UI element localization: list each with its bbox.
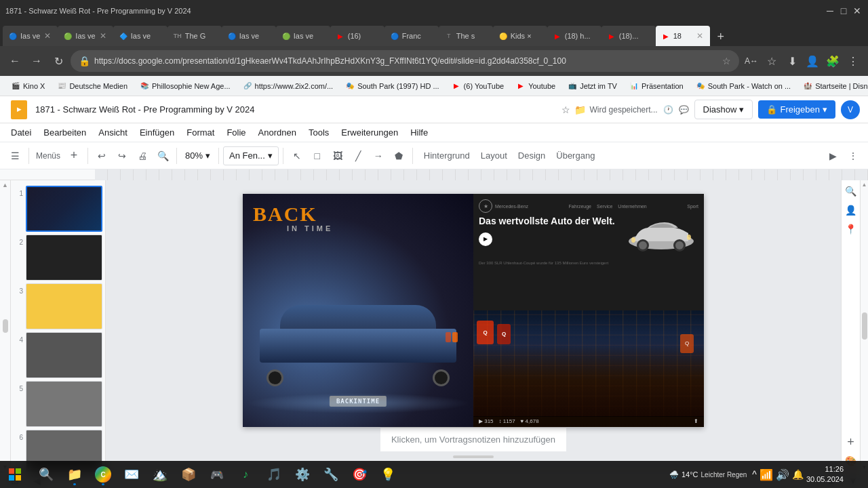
taskbar-browser[interactable]: C [90, 462, 117, 487]
settings-icon[interactable]: ⋮ [844, 146, 863, 165]
menus-label[interactable]: Menüs [33, 146, 63, 165]
add-button[interactable]: + [64, 146, 83, 165]
canvas-area[interactable]: BACK IN TIME [106, 180, 841, 472]
mercedes-play-button[interactable]: ▶ [479, 232, 492, 246]
arrow-tool[interactable]: → [369, 146, 388, 165]
tab-active[interactable]: ▶ 18 ✕ [656, 26, 710, 46]
scroll-indicator[interactable] [453, 455, 494, 458]
close-button[interactable]: ✕ [852, 5, 863, 16]
profile-button[interactable]: 👤 [803, 52, 822, 70]
volume-icon[interactable]: 🔊 [776, 468, 789, 481]
taskbar-app9[interactable]: ⚙️ [289, 462, 316, 487]
tab-3[interactable]: 🔷 Ias ve [113, 26, 167, 46]
select-tool[interactable]: ↖ [288, 146, 307, 165]
print-button[interactable]: 🖨 [133, 146, 152, 165]
slide-preview-1[interactable] [26, 186, 102, 232]
tab-yt3[interactable]: ▶ (18)... [601, 26, 656, 46]
bookmark-phil[interactable]: 📚 Phillosophie New Age... [134, 78, 236, 94]
menu-icon-button[interactable]: ☰ [5, 146, 24, 165]
network-icon[interactable]: 📶 [760, 468, 773, 481]
menu-datei[interactable]: Datei [5, 125, 37, 140]
tab-close-2[interactable]: ✕ [98, 30, 108, 42]
star-favorite[interactable]: ☆ [561, 104, 570, 115]
slide-thumb-1[interactable]: 1 [14, 186, 102, 232]
taskbar-chevron[interactable]: ^ [752, 469, 757, 480]
taskbar-file-explorer[interactable]: 📁 [61, 462, 88, 487]
tab-youtube1[interactable]: ▶ (16) [330, 26, 384, 46]
layout-button[interactable]: Layout [477, 146, 511, 165]
comments-button[interactable]: 💬 [679, 105, 689, 115]
slide-canvas[interactable]: BACK IN TIME [243, 194, 704, 427]
slide-preview-2[interactable] [26, 235, 102, 281]
start-button[interactable] [3, 462, 27, 487]
freigeben-button[interactable]: 🔒 Freigeben ▾ [758, 100, 835, 119]
slide-preview-5[interactable] [26, 381, 102, 427]
notes-area[interactable]: Klicken, um Vortragsnotizen hinzuzufügen [380, 427, 566, 451]
bookmark-disney[interactable]: 🏰 Startseite | Disney+ [797, 78, 868, 94]
menu-erweiterungen[interactable]: Erweiterungen [336, 125, 403, 140]
slide-preview-4[interactable] [26, 332, 102, 378]
reload-button[interactable]: ↻ [49, 52, 68, 70]
shape-tool[interactable]: □ [308, 146, 327, 165]
taskbar-app11[interactable]: 🎯 [346, 462, 373, 487]
bookmark-button[interactable]: ☆ [762, 52, 781, 70]
history-button[interactable]: 🕐 [663, 105, 673, 115]
zoom-dropdown[interactable]: 80% ▾ [181, 146, 214, 165]
bookmark-southpark[interactable]: 🎭 South Park (1997) HD ... [340, 78, 444, 94]
presenter-tools[interactable]: ▶ [823, 146, 842, 165]
taskbar-spotify[interactable]: ♪ [232, 462, 259, 487]
extensions-button[interactable]: 🧩 [823, 52, 842, 70]
notification-icon[interactable]: 🔔 [792, 469, 804, 480]
slide-thumb-2[interactable]: 2 [14, 235, 102, 281]
folder-icon[interactable]: 📁 [574, 104, 586, 115]
taskbar-discord[interactable]: 🎮 [203, 462, 231, 487]
menu-tools[interactable]: Tools [303, 125, 334, 140]
redo-button[interactable]: ↪ [113, 146, 132, 165]
hintergrund-button[interactable]: Hintergrund [420, 146, 474, 165]
font-dropdown[interactable]: An Fen... ▾ [223, 146, 279, 165]
design-button[interactable]: Design [514, 146, 549, 165]
menu-bearbeiten[interactable]: Bearbeiten [38, 125, 92, 140]
bookmark-kinox[interactable]: 🎬 Kino X [5, 78, 50, 94]
maximize-button[interactable]: □ [838, 5, 849, 16]
user-avatar[interactable]: V [841, 100, 860, 119]
scroll-up-arrow[interactable]: ▲ [2, 182, 8, 188]
taskbar-dropbox[interactable]: 📦 [175, 462, 202, 487]
sidebar-location-icon[interactable]: 📍 [844, 222, 858, 236]
download-button[interactable]: ⬇ [783, 52, 802, 70]
bookmark-jetzt[interactable]: 📺 Jetzt im TV [562, 78, 623, 94]
diashow-button[interactable]: Diashow ▾ [694, 100, 753, 119]
undo-button[interactable]: ↩ [92, 146, 111, 165]
address-bar[interactable]: 🔒 https://docs.google.com/presentation/d… [71, 50, 739, 72]
uebergang-button[interactable]: Übergang [552, 146, 599, 165]
bookmark-youtube6[interactable]: ▶ (6) YouTube [446, 78, 510, 94]
taskbar-app8[interactable]: 🎵 [260, 462, 288, 487]
notes-placeholder[interactable]: Klicken, um Vortragsnotizen hinzuzufügen [391, 434, 555, 445]
sidebar-add-icon[interactable]: + [844, 435, 858, 449]
presentation-title[interactable]: 1871 - Schwarz Weiß Rot - Pre Programmin… [35, 104, 557, 115]
minimize-button[interactable]: ─ [825, 5, 835, 16]
bookmark-deutsche[interactable]: 📰 Deutsche Medien [52, 78, 133, 94]
show-desktop-button[interactable] [846, 462, 860, 487]
search-button[interactable]: 🔍 [153, 146, 172, 165]
line-tool[interactable]: ╱ [349, 146, 368, 165]
tab-2[interactable]: 🟢 Ias ve ✕ [58, 26, 113, 46]
sidebar-search-icon[interactable]: 🔍 [844, 184, 858, 198]
menu-button[interactable]: ⋮ [844, 52, 863, 70]
back-button[interactable]: ← [5, 52, 24, 70]
scroll-thumb-v[interactable] [3, 319, 8, 333]
taskbar-search[interactable]: 🔍 [33, 462, 60, 487]
bookmark-2ix2[interactable]: 🔗 https://www.2ix2.com/... [237, 78, 339, 94]
vscroll-thumb[interactable] [862, 312, 867, 340]
taskbar-weather[interactable]: 🌧️ 14°C Leichter Regen [667, 470, 749, 479]
tab-4[interactable]: TH The G [167, 26, 222, 46]
taskbar-photos[interactable]: 🏔️ [146, 462, 174, 487]
translate-button[interactable]: A↔ [742, 52, 761, 70]
menu-anordnen[interactable]: Anordnen [253, 125, 302, 140]
tab-1[interactable]: 🔵 Ias ve ✕ [3, 26, 58, 46]
tab-close-1[interactable]: ✕ [43, 30, 52, 42]
bookmark-sp2[interactable]: 🎭 South Park - Watch on ... [690, 78, 796, 94]
taskbar-app12[interactable]: 💡 [374, 462, 401, 487]
menu-hilfe[interactable]: Hilfe [405, 125, 433, 140]
bookmark-youtube[interactable]: ▶ Youtube [511, 78, 561, 94]
